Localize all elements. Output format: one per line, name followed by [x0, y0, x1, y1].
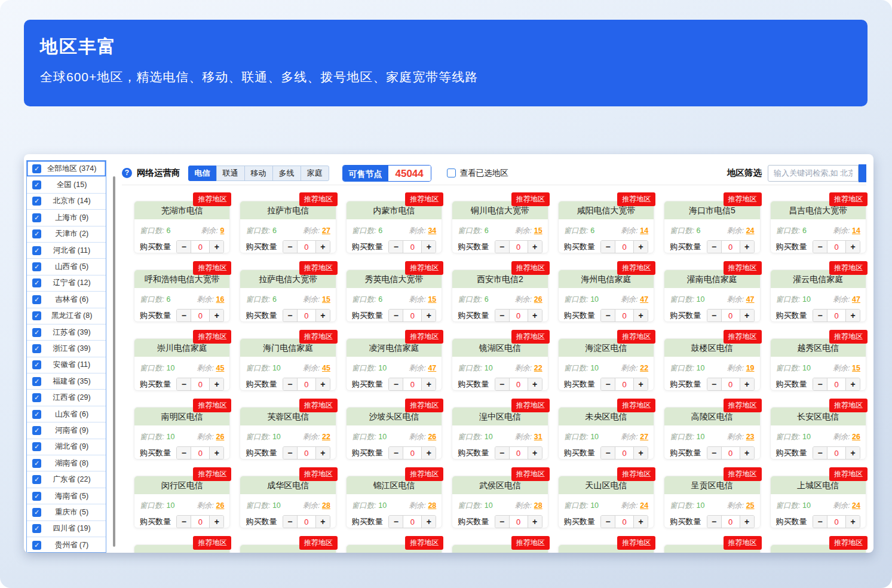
quantity-value[interactable]: 0: [827, 378, 846, 390]
quantity-value[interactable]: 0: [615, 310, 634, 321]
operator-tab[interactable]: 多线: [272, 166, 301, 181]
minus-button[interactable]: −: [283, 378, 297, 390]
quantity-value[interactable]: 0: [403, 516, 422, 528]
minus-button[interactable]: −: [601, 378, 615, 390]
plus-button[interactable]: +: [210, 447, 223, 459]
remaining-count[interactable]: 剩余: 47: [621, 295, 648, 305]
plus-button[interactable]: +: [316, 378, 330, 390]
minus-button[interactable]: −: [601, 241, 615, 253]
remaining-count[interactable]: 剩余: 24: [833, 501, 860, 511]
plus-button[interactable]: +: [634, 378, 648, 390]
checkbox-checked-icon[interactable]: ✓: [32, 344, 41, 353]
plus-button[interactable]: +: [528, 516, 542, 528]
plus-button[interactable]: +: [528, 241, 542, 253]
checkbox-checked-icon[interactable]: ✓: [32, 164, 41, 173]
minus-button[interactable]: −: [177, 310, 191, 321]
minus-button[interactable]: −: [495, 310, 509, 321]
sidebar-region-item[interactable]: ✓ 福建省 (35): [27, 373, 106, 390]
quantity-value[interactable]: 0: [721, 516, 740, 528]
remaining-count[interactable]: 剩余: 28: [515, 501, 542, 511]
checkbox-checked-icon[interactable]: ✓: [32, 426, 41, 435]
operator-tab[interactable]: 电信: [188, 166, 217, 181]
sidebar-region-item[interactable]: ✓ 广东省 (22): [27, 471, 106, 488]
remaining-count[interactable]: 剩余: 15: [303, 295, 330, 305]
remaining-count[interactable]: 剩余: 22: [515, 363, 542, 373]
checkbox-checked-icon[interactable]: ✓: [32, 311, 41, 320]
checkbox-checked-icon[interactable]: ✓: [32, 278, 41, 287]
plus-button[interactable]: +: [210, 378, 223, 390]
plus-button[interactable]: +: [210, 241, 223, 253]
quantity-value[interactable]: 0: [191, 378, 210, 390]
quantity-value[interactable]: 0: [615, 241, 634, 253]
remaining-count[interactable]: 剩余: 22: [303, 432, 330, 442]
minus-button[interactable]: −: [495, 447, 509, 459]
quantity-value[interactable]: 0: [615, 378, 634, 390]
remaining-count[interactable]: 剩余: 15: [409, 295, 436, 305]
remaining-count[interactable]: 剩余: 23: [727, 432, 755, 442]
minus-button[interactable]: −: [283, 447, 297, 459]
sidebar-region-item[interactable]: ✓ 黑龙江省 (8): [27, 308, 106, 324]
quantity-value[interactable]: 0: [615, 516, 634, 528]
sidebar-region-item[interactable]: ✓ 湖北省 (9): [27, 439, 106, 455]
quantity-value[interactable]: 0: [297, 310, 316, 321]
sidebar-region-item[interactable]: ✓ 全国 (15): [27, 177, 106, 193]
sidebar-region-item[interactable]: ✓ 全部地区 (374): [27, 161, 106, 177]
plus-button[interactable]: +: [740, 241, 754, 253]
minus-button[interactable]: −: [707, 378, 721, 390]
plus-button[interactable]: +: [634, 447, 648, 459]
sidebar-region-item[interactable]: ✓ 北京市 (14): [27, 194, 106, 210]
minus-button[interactable]: −: [813, 310, 827, 321]
plus-button[interactable]: +: [422, 310, 436, 321]
quantity-value[interactable]: 0: [509, 516, 528, 528]
minus-button[interactable]: −: [389, 516, 403, 528]
quantity-value[interactable]: 0: [509, 241, 528, 253]
minus-button[interactable]: −: [601, 447, 615, 459]
remaining-count[interactable]: 剩余: 24: [621, 501, 648, 511]
minus-button[interactable]: −: [707, 447, 721, 459]
plus-button[interactable]: +: [846, 310, 860, 321]
quantity-value[interactable]: 0: [721, 447, 740, 459]
remaining-count[interactable]: 剩余: 45: [197, 363, 225, 373]
sidebar-region-item[interactable]: ✓ 贵州省 (7): [27, 537, 106, 553]
checkbox-checked-icon[interactable]: ✓: [32, 442, 41, 451]
sidebar-region-item[interactable]: ✓ 江西省 (29): [27, 390, 106, 406]
minus-button[interactable]: −: [495, 516, 509, 528]
quantity-value[interactable]: 0: [615, 447, 634, 459]
minus-button[interactable]: −: [601, 516, 615, 528]
remaining-count[interactable]: 剩余: 15: [833, 363, 860, 373]
plus-button[interactable]: +: [422, 447, 436, 459]
remaining-count[interactable]: 剩余: 47: [409, 363, 436, 373]
sidebar-region-item[interactable]: ✓ 江苏省 (39): [27, 324, 106, 341]
quantity-value[interactable]: 0: [827, 241, 846, 253]
sidebar-region-item[interactable]: ✓ 重庆市 (5): [27, 504, 106, 520]
remaining-count[interactable]: 剩余: 9: [201, 226, 225, 236]
plus-button[interactable]: +: [210, 516, 223, 528]
sidebar-region-item[interactable]: ✓ 浙江省 (39): [27, 341, 106, 357]
minus-button[interactable]: −: [389, 310, 403, 321]
minus-button[interactable]: −: [177, 447, 191, 459]
remaining-count[interactable]: 剩余: 26: [409, 432, 436, 442]
search-button[interactable]: [859, 164, 866, 182]
sidebar-region-item[interactable]: ✓ 辽宁省 (12): [27, 275, 106, 292]
quantity-value[interactable]: 0: [509, 310, 528, 321]
quantity-value[interactable]: 0: [403, 378, 422, 390]
remaining-count[interactable]: 剩余: 25: [727, 501, 755, 511]
quantity-value[interactable]: 0: [509, 447, 528, 459]
operator-tab[interactable]: 家庭: [301, 166, 329, 181]
minus-button[interactable]: −: [177, 241, 191, 253]
plus-button[interactable]: +: [316, 516, 330, 528]
quantity-value[interactable]: 0: [297, 447, 316, 459]
plus-button[interactable]: +: [740, 378, 754, 390]
remaining-count[interactable]: 剩余: 14: [621, 226, 648, 236]
minus-button[interactable]: −: [283, 310, 297, 321]
checkbox-checked-icon[interactable]: ✓: [32, 475, 41, 484]
remaining-count[interactable]: 剩余: 16: [197, 295, 225, 305]
checkbox-checked-icon[interactable]: ✓: [32, 295, 41, 304]
minus-button[interactable]: −: [389, 241, 403, 253]
sidebar-region-item[interactable]: ✓ 山东省 (6): [27, 406, 106, 422]
minus-button[interactable]: −: [495, 241, 509, 253]
plus-button[interactable]: +: [528, 447, 542, 459]
minus-button[interactable]: −: [707, 310, 721, 321]
plus-button[interactable]: +: [210, 310, 223, 321]
minus-button[interactable]: −: [707, 241, 721, 253]
